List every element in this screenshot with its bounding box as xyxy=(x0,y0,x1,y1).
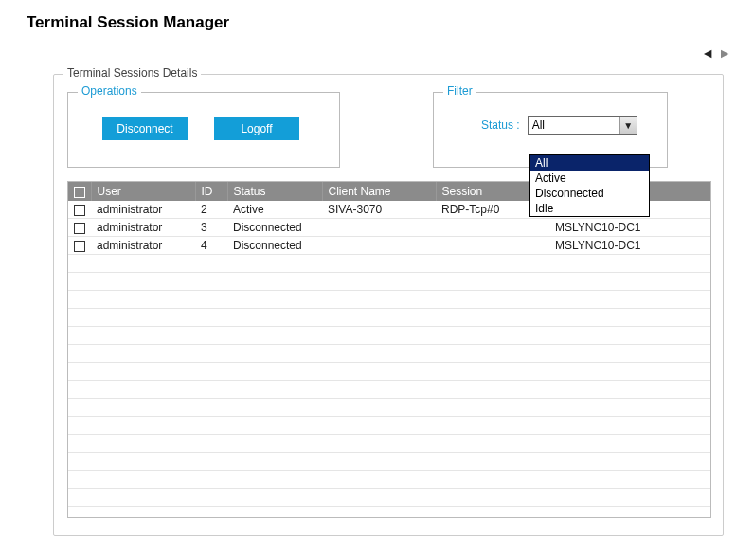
table-row xyxy=(68,399,710,417)
sessions-table-container: User ID Status Client Name Session Serve… xyxy=(67,181,711,518)
table-row xyxy=(68,489,710,507)
arrow-right-icon[interactable]: ► xyxy=(718,45,731,61)
table-row xyxy=(68,453,710,471)
table-row[interactable]: administrator3DisconnectedMSLYNC10-DC1 xyxy=(68,219,710,237)
filter-legend: Filter xyxy=(443,84,476,98)
table-row xyxy=(68,255,710,273)
cell-id: 2 xyxy=(195,201,227,219)
cell-session xyxy=(436,219,549,237)
row-checkbox[interactable] xyxy=(74,223,85,234)
cell-client: SIVA-3070 xyxy=(322,201,436,219)
table-row xyxy=(68,327,710,345)
cell-user: administrator xyxy=(91,219,195,237)
logoff-button[interactable]: Logoff xyxy=(214,117,299,140)
cell-server: MSLYNC10-DC1 xyxy=(549,237,710,255)
header-status[interactable]: Status xyxy=(227,182,322,201)
cell-session xyxy=(436,237,549,255)
cell-id: 4 xyxy=(195,237,227,255)
nav-arrows: ◄ ► xyxy=(701,45,731,61)
table-row xyxy=(68,381,710,399)
status-dropdown: AllActiveDisconnectedIdle xyxy=(529,154,650,217)
cell-user: administrator xyxy=(91,201,195,219)
table-row xyxy=(68,363,710,381)
header-id[interactable]: ID xyxy=(195,182,227,201)
table-row xyxy=(68,309,710,327)
filter-status-label: Status : xyxy=(481,118,520,132)
status-option-all[interactable]: All xyxy=(530,155,649,171)
table-row xyxy=(68,291,710,309)
sessions-table: User ID Status Client Name Session Serve… xyxy=(68,182,710,518)
cell-server: MSLYNC10-DC1 xyxy=(549,219,710,237)
status-option-disconnected[interactable]: Disconnected xyxy=(530,186,649,201)
header-client[interactable]: Client Name xyxy=(322,182,436,201)
table-row xyxy=(68,273,710,291)
page-title: Terminal Session Manager xyxy=(0,0,754,32)
status-option-active[interactable]: Active xyxy=(530,171,649,186)
cell-status: Active xyxy=(227,201,322,219)
header-checkbox[interactable] xyxy=(68,182,91,201)
cell-id: 3 xyxy=(195,219,227,237)
sessions-panel: Terminal Sessions Details Operations Dis… xyxy=(53,74,724,536)
cell-user: administrator xyxy=(91,237,195,255)
status-select-value: All xyxy=(532,118,545,132)
row-checkbox[interactable] xyxy=(74,205,85,216)
table-row xyxy=(68,435,710,453)
arrow-left-icon[interactable]: ◄ xyxy=(701,45,714,61)
cell-client xyxy=(322,219,436,237)
sessions-panel-legend: Terminal Sessions Details xyxy=(63,66,201,80)
row-checkbox[interactable] xyxy=(74,241,85,252)
status-option-idle[interactable]: Idle xyxy=(530,201,649,216)
operations-group: Operations Disconnect Logoff xyxy=(67,92,340,168)
table-row[interactable]: administrator4DisconnectedMSLYNC10-DC1 xyxy=(68,237,710,255)
disconnect-button[interactable]: Disconnect xyxy=(102,117,188,140)
table-row xyxy=(68,507,710,519)
cell-status: Disconnected xyxy=(227,237,322,255)
table-row xyxy=(68,417,710,435)
chevron-down-icon[interactable]: ▼ xyxy=(619,117,637,134)
table-row xyxy=(68,345,710,363)
operations-legend: Operations xyxy=(78,84,141,98)
table-row xyxy=(68,471,710,489)
header-user[interactable]: User xyxy=(91,182,195,201)
cell-client xyxy=(322,237,436,255)
status-select[interactable]: All ▼ xyxy=(528,116,637,135)
cell-status: Disconnected xyxy=(227,219,322,237)
